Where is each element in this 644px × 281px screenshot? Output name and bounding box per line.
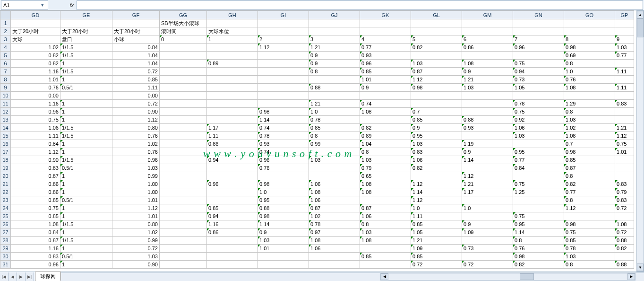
cell-GP1[interactable] [615,19,634,27]
cell-GG4[interactable] [160,44,207,52]
cell-GG21[interactable] [160,180,207,188]
cell-GO30[interactable]: 1.03 [564,253,615,261]
cell-GG11[interactable] [160,100,207,108]
cell-GF6[interactable]: 1.04 [112,60,160,68]
cell-GL6[interactable]: 1.03 [411,60,462,68]
cell-GL11[interactable] [411,100,462,108]
row-header-12[interactable]: 12 [0,108,11,116]
cell-GJ6[interactable]: 0.9 [309,60,360,68]
cell-GE12[interactable]: 1 [60,108,112,116]
cell-GE13[interactable]: 1 [60,116,112,124]
cell-GH24[interactable]: 0.85 [207,204,258,212]
cell-GO18[interactable]: 0.85 [564,156,615,164]
cell-GI18[interactable]: 0.96 [258,156,309,164]
cell-GM18[interactable]: 1.14 [462,156,513,164]
cell-GI29[interactable]: 1.01 [258,245,309,253]
cell-GG7[interactable] [160,68,207,76]
cell-GI10[interactable] [258,92,309,100]
cell-GH9[interactable] [207,84,258,92]
cell-GP2[interactable] [615,27,634,35]
cell-GI12[interactable]: 0.98 [258,108,309,116]
row-header-11[interactable]: 11 [0,100,11,108]
cell-GN27[interactable]: 1.14 [513,228,564,237]
cell-GN8[interactable]: 0.73 [513,76,564,84]
cell-GJ26[interactable]: 0.78 [309,220,360,228]
cell-GL19[interactable]: 0.82 [411,164,462,172]
cell-GI31[interactable] [258,261,309,269]
cell-GE21[interactable]: 1 [60,180,112,188]
cell-GK5[interactable]: 0.93 [360,52,411,60]
cell-GL16[interactable]: 1.03 [411,140,462,148]
cell-GO24[interactable]: 1.12 [564,204,615,212]
cell-GK4[interactable]: 0.77 [360,44,411,52]
cell-GE10[interactable] [60,92,112,100]
cell-GP12[interactable] [615,108,634,116]
cell-GO19[interactable]: 0.87 [564,164,615,172]
scroll-right-icon[interactable]: ▶ [627,273,635,280]
cell-GP27[interactable]: 0.72 [615,228,634,237]
cell-GG14[interactable] [160,124,207,132]
cell-GE9[interactable]: 0.5/1 [60,84,112,92]
cell-GO1[interactable] [564,19,615,27]
cell-GN23[interactable] [513,196,564,204]
cell-GI6[interactable] [258,60,309,68]
cell-GG1[interactable]: SB半场大小滚球 [160,19,207,27]
cell-GO27[interactable]: 0.75 [564,228,615,237]
hscroll-track[interactable] [388,273,627,280]
cell-GF24[interactable]: 1.12 [112,204,160,212]
cell-GL30[interactable]: 0.85 [411,253,462,261]
cell-GG6[interactable] [160,60,207,68]
col-header-GD[interactable]: GD [11,11,60,19]
cell-GF12[interactable]: 0.90 [112,108,160,116]
vscroll-thumb[interactable] [637,18,644,37]
cell-GH18[interactable]: 0.94 [207,156,258,164]
cell-GL8[interactable]: 1.12 [411,76,462,84]
cell-GF20[interactable]: 0.99 [112,172,160,180]
col-header-GG[interactable]: GG [160,11,207,19]
row-header-10[interactable]: 10 [0,92,11,100]
cell-GO31[interactable]: 0.8 [564,261,615,269]
cell-GN15[interactable]: 1.03 [513,132,564,140]
cell-GD28[interactable]: 0.87 [11,237,60,245]
cell-GN12[interactable]: 0.75 [513,108,564,116]
cell-GP4[interactable]: 1.03 [615,44,634,52]
cell-GL14[interactable]: 0.9 [411,124,462,132]
cell-GH19[interactable] [207,164,258,172]
tab-nav-next-icon[interactable]: ▶ [17,272,26,281]
cell-GM3[interactable]: 6 [462,35,513,44]
cell-GP10[interactable] [615,92,634,100]
cell-GF10[interactable]: 0.00 [112,92,160,100]
cell-GL26[interactable]: 0.85 [411,220,462,228]
cell-GE5[interactable]: 1/1.5 [60,52,112,60]
cell-GJ22[interactable]: 1.08 [309,188,360,196]
cell-GP7[interactable]: 1.11 [615,68,634,76]
row-header-6[interactable]: 6 [0,60,11,68]
cell-GJ10[interactable] [309,92,360,100]
row-header-15[interactable]: 15 [0,132,11,140]
col-header-GO[interactable]: GO [564,11,615,19]
cell-GD11[interactable]: 1.16 [11,100,60,108]
cell-GO14[interactable]: 1.02 [564,124,615,132]
cell-GI9[interactable] [258,84,309,92]
cell-GD30[interactable]: 0.83 [11,253,60,261]
cell-GM12[interactable] [462,108,513,116]
col-header-GE[interactable]: GE [60,11,112,19]
cell-GM28[interactable] [462,237,513,245]
cell-GK26[interactable]: 0.8 [360,220,411,228]
cell-GL12[interactable]: 0.7 [411,108,462,116]
cell-GJ25[interactable]: 1.02 [309,212,360,220]
row-header-22[interactable]: 22 [0,188,11,196]
cell-GM15[interactable] [462,132,513,140]
cell-GH16[interactable]: 0.86 [207,140,258,148]
cell-GM17[interactable]: 0.9 [462,148,513,156]
cell-GP19[interactable] [615,164,634,172]
cell-GI25[interactable]: 0.98 [258,212,309,220]
cell-GD22[interactable]: 0.86 [11,188,60,196]
cell-GK11[interactable]: 0.74 [360,100,411,108]
cell-GK22[interactable]: 1.08 [360,188,411,196]
cell-GJ3[interactable]: 3 [309,35,360,44]
row-header-3[interactable]: 3 [0,35,11,44]
cell-GP23[interactable]: 0.83 [615,196,634,204]
cell-GM9[interactable]: 1.03 [462,84,513,92]
cell-GO9[interactable]: 1.08 [564,84,615,92]
